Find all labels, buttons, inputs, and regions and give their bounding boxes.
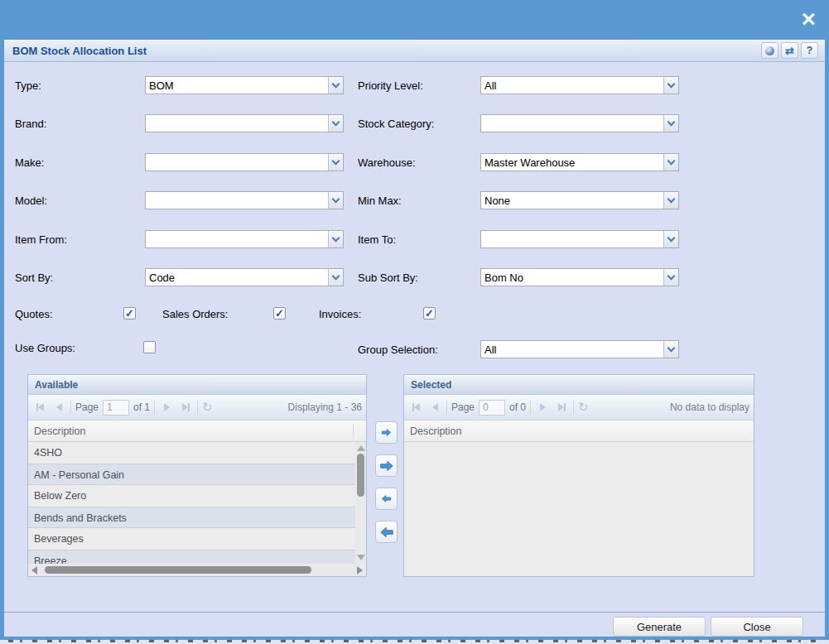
priority-level-label: Priority Level: <box>358 79 423 92</box>
first-page-button[interactable] <box>32 400 47 415</box>
list-item[interactable]: Bends and Brackets <box>28 507 355 528</box>
window-close-icon[interactable]: × <box>801 5 816 33</box>
first-page-button[interactable] <box>408 400 423 415</box>
list-item[interactable]: Below Zero <box>28 485 355 507</box>
chevron-down-icon[interactable] <box>328 269 343 286</box>
chevron-down-icon[interactable] <box>328 154 343 171</box>
item-to-combobox[interactable] <box>480 230 679 248</box>
last-page-button[interactable] <box>554 400 569 415</box>
move-all-right-button[interactable] <box>375 454 398 477</box>
make-input[interactable] <box>146 154 328 171</box>
next-page-button[interactable] <box>535 400 550 415</box>
grid-refresh-icon[interactable]: ↻ <box>578 401 589 413</box>
chevron-down-icon[interactable] <box>328 192 343 209</box>
type-input[interactable] <box>146 77 328 94</box>
generate-button[interactable]: Generate <box>613 617 706 637</box>
chevron-down-icon[interactable] <box>663 154 678 171</box>
brand-input[interactable] <box>146 115 328 132</box>
min-max-input[interactable] <box>481 192 663 209</box>
prev-page-button[interactable] <box>427 400 442 415</box>
sub-sort-by-input[interactable] <box>481 269 663 286</box>
warehouse-label: Warehouse: <box>358 156 416 169</box>
sort-by-input[interactable] <box>146 269 328 286</box>
horizontal-scrollbar[interactable] <box>28 564 366 576</box>
paging-status: Displaying 1 - 36 <box>288 401 362 413</box>
chevron-down-icon[interactable] <box>328 231 343 248</box>
sub-sort-by-combobox[interactable] <box>480 268 679 286</box>
type-label: Type: <box>15 79 41 92</box>
scroll-right-icon <box>357 566 363 574</box>
list-item[interactable]: Beverages <box>28 528 355 550</box>
settings-button[interactable] <box>761 42 778 59</box>
description-column-header[interactable]: Description <box>28 421 366 442</box>
arrow-right-icon <box>379 459 394 473</box>
selected-panel-title: Selected <box>404 375 754 391</box>
help-button[interactable]: ? <box>801 42 818 59</box>
prev-page-button[interactable] <box>51 400 66 415</box>
model-input[interactable] <box>146 192 328 209</box>
chevron-down-icon[interactable] <box>328 77 343 94</box>
chevron-down-icon[interactable] <box>663 192 678 209</box>
clipped-page-content <box>0 640 829 644</box>
use-groups-checkbox[interactable] <box>143 341 156 353</box>
model-combobox[interactable] <box>145 191 344 209</box>
scroll-down-icon <box>357 555 365 560</box>
stock-category-label: Stock Category: <box>358 118 435 130</box>
list-item[interactable]: Breeze <box>28 550 355 564</box>
refresh-button[interactable]: ⇄ <box>781 42 798 59</box>
bom-stock-allocation-dialog: BOM Stock Allocation List ⇄ ? Type: Prio… <box>4 40 825 637</box>
chevron-down-icon[interactable] <box>663 115 678 132</box>
invoices-checkbox[interactable]: ✓ <box>423 307 436 320</box>
horizontal-scroll-thumb[interactable] <box>45 566 311 574</box>
vertical-scrollbar[interactable] <box>355 442 366 564</box>
move-left-button[interactable] <box>375 488 398 510</box>
item-from-input[interactable] <box>146 231 328 248</box>
scroll-left-icon <box>31 566 37 574</box>
selected-panel: Selected Page of 0 ↻ No data to display <box>403 374 754 577</box>
paging-status: No data to display <box>670 401 749 413</box>
quotes-checkbox[interactable]: ✓ <box>123 307 136 320</box>
sort-by-combobox[interactable] <box>145 268 344 286</box>
last-page-button[interactable] <box>178 400 193 415</box>
close-button[interactable]: Close <box>711 617 803 637</box>
page-input[interactable] <box>103 400 129 416</box>
priority-level-combobox[interactable] <box>480 76 679 94</box>
available-grid-body: 4SHO AM - Personal Gain Below Zero Bends… <box>28 442 366 564</box>
description-column-header[interactable]: Description <box>404 421 754 442</box>
move-right-button[interactable] <box>375 421 398 444</box>
dialog-header: BOM Stock Allocation List ⇄ ? <box>4 40 825 62</box>
page-input[interactable] <box>479 400 505 416</box>
group-selection-label: Group Selection: <box>358 344 438 356</box>
item-to-input[interactable] <box>481 231 663 248</box>
list-item[interactable]: AM - Personal Gain <box>28 464 355 485</box>
chevron-down-icon[interactable] <box>663 77 678 94</box>
next-page-button[interactable] <box>159 400 174 415</box>
type-combobox[interactable] <box>145 76 344 94</box>
grid-refresh-icon[interactable]: ↻ <box>202 401 213 413</box>
window-titlebar: × <box>0 0 829 40</box>
available-panel-header: Available <box>28 375 366 395</box>
make-combobox[interactable] <box>145 153 344 171</box>
brand-combobox[interactable] <box>145 114 344 132</box>
stock-category-input[interactable] <box>481 115 663 132</box>
warehouse-combobox[interactable] <box>480 153 679 171</box>
min-max-combobox[interactable] <box>480 191 679 209</box>
move-all-left-button[interactable] <box>375 521 398 543</box>
vertical-scroll-thumb[interactable] <box>357 454 364 497</box>
quotes-label: Quotes: <box>15 308 53 320</box>
warehouse-input[interactable] <box>481 154 663 171</box>
priority-level-input[interactable] <box>481 77 663 94</box>
list-item[interactable]: 4SHO <box>28 442 355 464</box>
stock-category-combobox[interactable] <box>480 114 679 132</box>
group-selection-input[interactable] <box>481 341 663 358</box>
sales-orders-checkbox[interactable]: ✓ <box>273 307 286 320</box>
group-selection-combobox[interactable] <box>480 340 679 358</box>
chevron-down-icon[interactable] <box>328 115 343 132</box>
arrow-left-icon <box>379 525 394 540</box>
make-label: Make: <box>15 156 44 169</box>
app-window: × BOM Stock Allocation List ⇄ ? Type: Pr… <box>0 0 829 644</box>
chevron-down-icon[interactable] <box>663 231 678 248</box>
chevron-down-icon[interactable] <box>663 341 678 358</box>
item-from-combobox[interactable] <box>145 230 344 248</box>
chevron-down-icon[interactable] <box>663 269 678 286</box>
